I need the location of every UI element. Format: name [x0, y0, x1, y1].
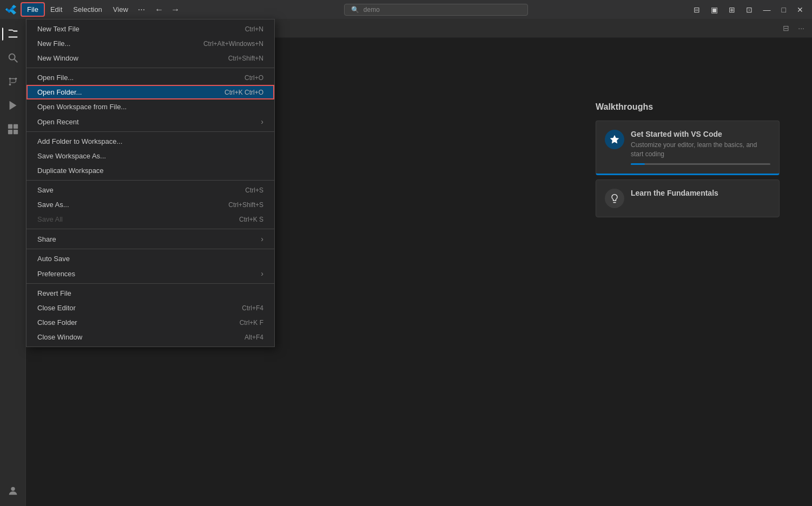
separator-5	[27, 249, 274, 249]
menu-open-recent[interactable]: Open Recent ›	[27, 114, 274, 129]
menu-item-label: Close Folder	[37, 318, 77, 327]
walkthrough-get-started-title: Get Started with VS Code	[631, 130, 770, 138]
minimize-button[interactable]: —	[759, 3, 775, 16]
split-editor-button[interactable]: ⊟	[780, 23, 793, 34]
close-button[interactable]: ✕	[793, 3, 808, 16]
menu-item-label: New Text File	[37, 25, 80, 33]
menu-item-label: Revert File	[37, 289, 71, 297]
menu-revert-file[interactable]: Revert File	[27, 286, 274, 301]
menu-item-label: Close Editor	[37, 304, 76, 312]
submenu-arrow-icon: ›	[261, 117, 263, 126]
menu-item-label: Preferences	[37, 270, 75, 278]
menu-new-file[interactable]: New File... Ctrl+Alt+Windows+N	[27, 36, 274, 51]
titlebar: File Edit Selection View ··· ← → 🔍 demo …	[0, 0, 812, 19]
menu-item-label: Save All	[37, 215, 63, 223]
menu-save-workspace[interactable]: Save Workspace As...	[27, 149, 274, 163]
separator-3	[27, 180, 274, 181]
svg-rect-9	[8, 130, 12, 134]
activity-run[interactable]	[2, 95, 24, 116]
menu-add-folder[interactable]: Add Folder to Workspace...	[27, 134, 274, 149]
menu-item-shortcut: Ctrl+S	[245, 187, 263, 194]
titlebar-search: 🔍 demo	[183, 4, 689, 16]
menu-view[interactable]: View	[108, 3, 134, 16]
menu-new-window[interactable]: New Window Ctrl+Shift+N	[27, 51, 274, 65]
editor-layout[interactable]: ⊡	[742, 3, 757, 16]
menu-item-label: Auto Save	[37, 255, 70, 263]
menu-preferences[interactable]: Preferences ›	[27, 266, 274, 281]
nav-back[interactable]: ←	[151, 4, 167, 16]
walkthrough-bulb-icon	[605, 189, 624, 208]
walkthrough-get-started-content: Get Started with VS Code Customize your …	[631, 130, 770, 165]
app-body: New Text File Ctrl+N New File... Ctrl+Al…	[0, 19, 812, 506]
menu-item-shortcut: Alt+F4	[245, 334, 263, 341]
svg-point-2	[9, 78, 11, 80]
menu-new-text-file[interactable]: New Text File Ctrl+N	[27, 22, 274, 36]
menu-duplicate-workspace[interactable]: Duplicate Workspace	[27, 163, 274, 178]
file-menu-dropdown: New Text File Ctrl+N New File... Ctrl+Al…	[26, 19, 275, 347]
menu-edit[interactable]: Edit	[45, 3, 68, 16]
menu-more[interactable]: ···	[134, 3, 149, 17]
menu-item-shortcut: Ctrl+F4	[242, 304, 263, 312]
menu-selection[interactable]: Selection	[68, 3, 107, 16]
svg-rect-10	[13, 130, 17, 134]
activity-search[interactable]	[2, 47, 24, 69]
activity-extensions[interactable]	[2, 118, 24, 140]
titlebar-nav: ← →	[151, 4, 183, 16]
menu-item-label: Duplicate Workspace	[37, 167, 104, 175]
menu-item-label: Save Workspace As...	[37, 152, 106, 160]
titlebar-menus: File Edit Selection View ···	[21, 2, 149, 17]
walkthrough-fundamentals-title: Learn the Fundamentals	[631, 189, 770, 197]
menu-close-editor[interactable]: Close Editor Ctrl+F4	[27, 301, 274, 315]
menu-item-label: Share	[37, 235, 56, 243]
menu-save[interactable]: Save Ctrl+S	[27, 183, 274, 197]
svg-rect-8	[13, 124, 17, 129]
walkthrough-progress-bar	[631, 163, 770, 165]
walkthrough-fundamentals[interactable]: Learn the Fundamentals	[596, 179, 780, 217]
more-actions-button[interactable]: ···	[795, 23, 808, 34]
activity-accounts[interactable]	[2, 480, 24, 502]
menu-item-shortcut: Ctrl+Shift+N	[228, 55, 263, 62]
svg-point-0	[9, 54, 15, 60]
submenu-arrow-icon-2: ›	[261, 235, 263, 243]
menu-file[interactable]: File	[21, 2, 45, 17]
menu-share[interactable]: Share ›	[27, 231, 274, 247]
search-box[interactable]: 🔍 demo	[344, 4, 528, 16]
menu-item-label: Open File...	[37, 74, 74, 82]
menu-auto-save[interactable]: Auto Save	[27, 251, 274, 266]
panel-toggle[interactable]: ⊞	[724, 3, 740, 16]
menu-item-shortcut: Ctrl+N	[245, 25, 263, 33]
menu-item-shortcut: Ctrl+K F	[240, 319, 263, 327]
maximize-button[interactable]: □	[777, 3, 790, 16]
walkthrough-get-started[interactable]: Get Started with VS Code Customize your …	[596, 121, 780, 175]
sidebar-toggle[interactable]: ▣	[707, 3, 722, 16]
layout-toggle[interactable]: ⊟	[689, 3, 704, 16]
menu-save-as[interactable]: Save As... Ctrl+Shift+S	[27, 197, 274, 212]
walkthrough-star-icon	[605, 130, 624, 149]
menu-item-shortcut: Ctrl+K Ctrl+O	[225, 89, 263, 96]
menu-item-label: Open Workspace from File...	[37, 103, 127, 111]
menu-item-label: New Window	[37, 54, 78, 62]
menu-open-folder[interactable]: Open Folder... Ctrl+K Ctrl+O	[27, 85, 274, 99]
vscode-logo	[4, 3, 17, 16]
nav-forward[interactable]: →	[168, 4, 183, 16]
menu-open-file[interactable]: Open File... Ctrl+O	[27, 70, 274, 85]
menu-item-label: Add Folder to Workspace...	[37, 137, 122, 145]
separator-6	[27, 283, 274, 284]
menu-item-shortcut: Ctrl+K S	[239, 216, 263, 223]
menu-open-workspace[interactable]: Open Workspace from File...	[27, 99, 274, 114]
menu-item-label: Open Recent	[37, 118, 79, 126]
walkthroughs-section: Walkthroughs Get Started with VS Code Cu…	[596, 102, 780, 243]
svg-point-11	[11, 487, 15, 491]
titlebar-right-buttons: ⊟ ▣ ⊞ ⊡ — □ ✕	[689, 3, 808, 16]
tab-bar-right: ⊟ ···	[780, 23, 812, 34]
search-icon: 🔍	[351, 6, 359, 14]
separator-1	[27, 68, 274, 68]
menu-save-all: Save All Ctrl+K S	[27, 212, 274, 227]
menu-close-window[interactable]: Close Window Alt+F4	[27, 330, 274, 344]
menu-close-folder[interactable]: Close Folder Ctrl+K F	[27, 315, 274, 330]
activity-source-control[interactable]	[2, 71, 24, 92]
svg-rect-7	[8, 124, 12, 129]
walkthrough-progress-fill	[631, 163, 645, 165]
activity-explorer[interactable]	[2, 23, 24, 45]
svg-marker-16	[610, 135, 619, 144]
